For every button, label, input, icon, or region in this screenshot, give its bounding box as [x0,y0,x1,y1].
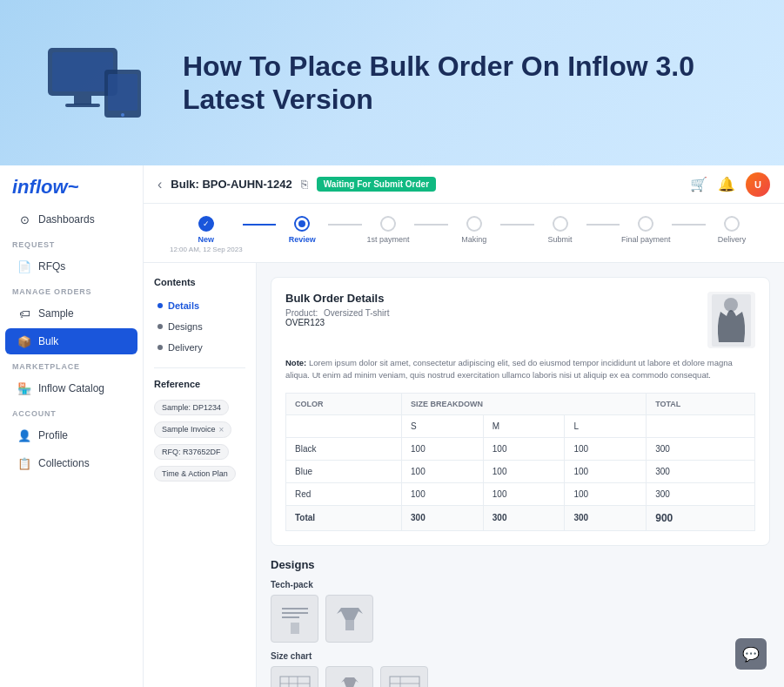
note-text: Note: Lorem ipsum dolor sit amet, consec… [285,357,755,382]
techpack-thumb-2[interactable] [325,595,373,643]
content-area: ‹ Bulk: BPO-AUHN-1242 ⎘ Waiting For Subm… [144,165,784,687]
size-empty [286,414,402,437]
size-m: M [483,414,565,437]
black-s: 100 [402,437,484,460]
sidebar: inflow~ ⊙ Dashboards REQUEST 📄 RFQs MANA… [0,165,144,687]
page-title: Bulk: BPO-AUHN-1242 [171,178,291,191]
sidebar-item-inflow-catalog[interactable]: 🏪 Inflow Catalog [5,375,137,401]
red-m: 100 [483,482,565,505]
step-line-1 [243,224,277,226]
ref-tag-invoice[interactable]: Sample Invoice × [154,421,231,438]
nav-delivery[interactable]: Delivery [154,338,245,357]
step-label-submit: Submit [548,235,573,244]
profile-icon: 👤 [17,428,31,442]
dashboard-icon: ⊙ [17,212,31,226]
sidebar-label-profile: Profile [38,429,68,441]
sizechart-thumb-1[interactable] [271,666,318,688]
color-red: Red [286,482,402,505]
svg-rect-15 [278,672,312,687]
step-new: ✓ New 12:00 AM, 12 Sep 2023 [170,216,243,253]
back-button[interactable]: ‹ [157,177,162,192]
sidebar-label-collections: Collections [38,457,90,469]
avatar[interactable]: U [746,172,770,197]
step-circle-review [294,216,310,232]
step-label-review: Review [289,235,316,244]
svg-rect-14 [345,620,354,630]
ref-tag-invoice-close[interactable]: × [219,425,224,434]
col-size-breakdown: SIZE BREAKDOWN [402,393,647,414]
note-label: Note: [285,358,306,367]
sidebar-item-dashboards[interactable]: ⊙ Dashboards [5,206,137,232]
section-label-account: ACCOUNT [0,402,143,421]
reference-title: Reference [154,379,245,389]
sidebar-item-rfqs[interactable]: 📄 RFQs [5,253,137,280]
bulk-icon: 📦 [17,334,31,348]
table-row: Blue 100 100 100 300 [286,460,755,482]
cart-icon[interactable]: 🛒 [690,176,707,192]
contents-title: Contents [154,277,245,287]
ref-tag-rfq[interactable]: RFQ: R37652DF [154,444,229,460]
step-date-new: 12:00 AM, 12 Sep 2023 [170,246,243,253]
sidebar-item-sample[interactable]: 🏷 Sample [5,300,137,327]
step-line-5 [586,224,620,226]
sidebar-label-dashboards: Dashboards [38,213,95,226]
step-label-new: New [198,235,215,244]
bell-icon[interactable]: 🔔 [718,176,735,192]
table-row: Black 100 100 100 300 [286,437,755,460]
svg-rect-11 [282,612,308,614]
sidebar-item-profile[interactable]: 👤 Profile [5,422,137,448]
rfqs-icon: 📄 [17,259,31,273]
step-line-2 [328,224,362,226]
panel-divider [154,367,245,368]
nav-designs[interactable]: Designs [154,317,245,336]
color-black: Black [286,437,402,460]
sizechart-thumb-2[interactable] [325,666,373,688]
step-1st-payment: 1st payment [362,216,414,244]
step-submit: Submit [534,216,586,244]
step-line-3 [414,224,448,226]
size-total-empty [647,414,755,437]
ref-tag-time-action[interactable]: Time & Action Plan [154,466,236,482]
sizechart-thumb-3[interactable] [380,666,428,688]
card-header: Bulk Order Details Product: Oversized T-… [285,292,755,348]
sidebar-item-bulk[interactable]: 📦 Bulk [5,328,137,354]
status-badge: Waiting For Submit Order [317,177,436,192]
sidebar-logo: inflow~ [0,165,143,205]
note-content: Lorem ipsum dolor sit amet, consectetur … [285,358,733,380]
sizechart-row [271,666,770,688]
step-circle-delivery [724,216,740,232]
red-s: 100 [402,482,484,505]
total-s: 300 [402,505,484,530]
sidebar-label-catalog: Inflow Catalog [38,382,104,394]
sizechart-label: Size chart [271,651,770,661]
step-circle-submit [553,216,568,232]
step-circle-1st-payment [380,216,396,232]
step-final-payment: Final payment [620,216,672,244]
svg-rect-10 [282,608,308,610]
step-delivery: Delivery [706,216,758,244]
svg-rect-3 [65,104,100,107]
product-label: Product: Oversized T-shirt [285,308,389,318]
nav-details[interactable]: Details [154,296,245,315]
ref-tag-invoice-label: Sample Invoice [162,425,216,434]
hero-banner: How To Place Bulk Order On Inflow 3.0 La… [0,0,784,165]
step-line-4 [500,224,534,226]
table-row: Red 100 100 100 300 [286,482,755,505]
step-review: Review [276,216,328,244]
nav-label-details: Details [168,300,199,311]
color-blue: Blue [286,460,402,482]
techpack-label: Tech-pack [271,580,770,589]
col-total: TOTAL [647,393,755,414]
techpack-thumb-1[interactable] [271,595,318,643]
nav-label-delivery: Delivery [168,342,203,353]
card-info: Bulk Order Details Product: Oversized T-… [285,292,389,327]
size-s: S [402,414,484,437]
svg-rect-2 [74,96,91,104]
catalog-icon: 🏪 [17,381,31,395]
bullet-designs [157,324,163,329]
sidebar-item-collections[interactable]: 📋 Collections [5,450,137,476]
chat-bubble-button[interactable]: 💬 [735,638,767,670]
ref-tag-sample[interactable]: Sample: DP1234 [154,400,229,415]
bullet-details [157,303,163,308]
copy-icon[interactable]: ⎘ [301,178,308,191]
